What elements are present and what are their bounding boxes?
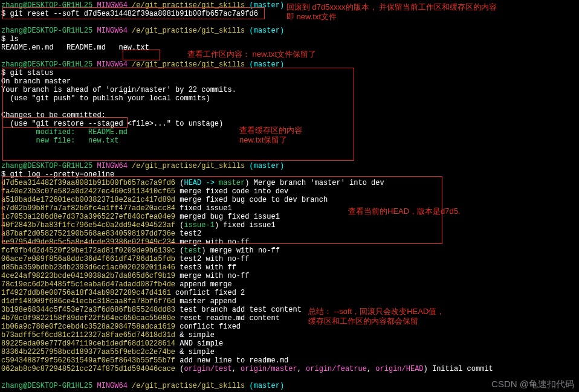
log-row: 89225eda09e777d947119ceb1dedf68d10228614… (1, 339, 578, 348)
log-row: 1f4927ddb8e00756a18f34ab9827289c47d4161 … (1, 289, 578, 297)
watermark: CSDN @龟速扣代码 (491, 380, 574, 388)
cmd-ls: $ ls (1, 35, 578, 43)
log-row: a87baf2d0582752190b568ae8340598197dd736e… (1, 230, 578, 238)
cmd-status: $ git status (1, 69, 578, 77)
log-row: 4b70c0f9822158f89def22f564ec650cac55080e… (1, 314, 578, 323)
status-line: Your branch is ahead of 'origin/master' … (1, 86, 578, 94)
log-row: c59434887f9f562631549af0e5f8643b55f55b7f… (1, 356, 578, 365)
log-row: d85ba359bdbb23db2393d6cc1ac0020292011a46… (1, 263, 578, 272)
log-row: d7d5ea314482f39aa8081b91b00fb657ac7a9fd6… (1, 179, 578, 187)
status-line: Changes to be committed: (1, 111, 578, 120)
log-row: 06ace7e089f856a8ddc36d4f661df4786d1a5fdb… (1, 255, 578, 263)
log-row: 83364b22257958bcd189377aa55f9ebc2c2e74be… (1, 348, 578, 356)
log-row: 1b06a9c780e0f2cebd4c3528a2984758adca1619… (1, 323, 578, 331)
log-row: e7d02b99b8f7a7af82b6fc4a1ff477ade20acc84… (1, 204, 578, 213)
log-row: ee97954d9de8c5c5a8e4dcde39386e02f949c234… (1, 238, 578, 246)
status-line: On branch master (1, 77, 578, 86)
log-row: 062ab8c9c872948521cc274f875d1d594046cace… (1, 365, 578, 373)
prompt: zhang@DESKTOP-GR1HL25 MINGW64 /e/git_pra… (1, 27, 578, 35)
prompt: zhang@DESKTOP-GR1HL25 MINGW64 /e/git_pra… (1, 60, 578, 69)
annotation: 总结： --soft，回滚只会改变HEAD值， 缓存区和工作区的内容都会保留 (308, 307, 444, 326)
log-row: 1c7053a1286d8e7d373a3965227ef840cfea04e9… (1, 213, 578, 221)
log-row: 78c19ec6d2b4485f5c1eaba6d47adadd087fb4de… (1, 280, 578, 289)
prompt: zhang@DESKTOP-GR1HL25 MINGW64 /e/git_pra… (1, 162, 578, 170)
log-row: 40f2843b7ba83f1fc796e54c0a2dd94e494523af… (1, 221, 578, 230)
log-row: a518bad4e172601ecb003823718e2a21c417d89d… (1, 196, 578, 204)
annotation: 查看缓存区的内容 new.txt保留了 (239, 126, 302, 145)
status-line: (use "git push" to publish your local co… (1, 94, 578, 103)
log-row: fa40e23b3c07e582a0d2427ec460c9113410cf65… (1, 187, 578, 196)
log-row: 3b198e68344c5f453e72a3f6d686fb855248dd83… (1, 306, 578, 314)
log-row: d1df148909f686ce41ecbc318caa8fa78bf6f76d… (1, 297, 578, 306)
annotation: 查看当前的HEAD，版本是d7d5. (348, 207, 461, 216)
annotation: 回滚到 d7d5xxxx的版本， 并保留当前工作区和缓存区的内容 即 new.t… (286, 2, 497, 22)
cmd-log: $ git log --pretty=oneline (1, 170, 578, 179)
annotation: 查看工作区内容： new.txt文件保留了 (187, 50, 316, 59)
log-row: b73adff5cf6cd81c2112327a8fae65d74618d31d… (1, 331, 578, 339)
log-row: fcf0fb4d2d4520f29be172ad81f0209de9b6139c… (1, 246, 578, 255)
log-row: 4ce24af98223bcde0419038a2b7da865d6cf9b19… (1, 272, 578, 280)
